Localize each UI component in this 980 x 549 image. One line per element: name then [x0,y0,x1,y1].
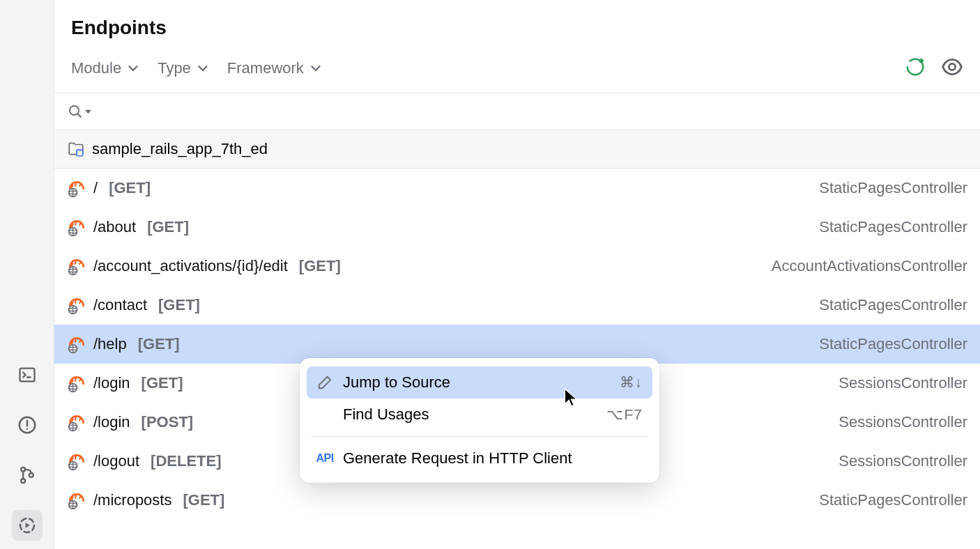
svg-rect-14 [77,150,83,156]
terminal-tool-button[interactable] [12,359,43,390]
module-filter[interactable]: Module [71,59,138,77]
svg-line-16 [75,183,76,185]
endpoint-row[interactable]: /about[GET]StaticPagesController [54,208,980,247]
filter-label: Framework [227,59,304,77]
endpoint-method: [GET] [183,491,224,509]
page-title: Endpoints [71,17,963,39]
rails-endpoint-icon [67,373,86,393]
chevron-down-icon [311,63,321,73]
menu-item[interactable]: Jump to Source⌘↓ [307,366,652,399]
endpoint-method: [GET] [138,335,180,353]
endpoint-method: [GET] [141,374,183,392]
pencil-icon [316,374,333,391]
svg-point-10 [919,59,924,63]
endpoint-path: /login [93,413,130,431]
filter-label: Module [71,59,121,77]
search-input[interactable] [97,104,967,120]
endpoint-controller: SessionsController [839,452,967,470]
rails-endpoint-icon [67,490,86,510]
endpoint-controller: StaticPagesController [819,179,967,197]
rails-endpoint-icon [67,295,86,315]
endpoint-row[interactable]: /[GET]StaticPagesController [54,169,980,208]
endpoint-controller: StaticPagesController [819,218,967,236]
svg-line-58 [75,456,76,458]
rails-endpoint-icon [67,178,86,198]
svg-line-40 [75,339,76,341]
menu-item[interactable]: APIGenerate Request in HTTP Client [307,442,652,474]
menu-label: Jump to Source [343,373,610,392]
svg-line-22 [75,222,76,224]
chevron-down-icon [128,63,138,73]
menu-separator [311,436,648,437]
svg-line-28 [75,261,76,263]
filter-bar: Module Type Framework [54,56,980,93]
svg-line-34 [75,300,76,302]
endpoint-path: /account_activations/{id}/edit [93,257,288,275]
rails-endpoint-icon [67,412,86,432]
left-tool-rail [0,0,54,549]
menu-item[interactable]: Find Usages⌥F7 [307,399,652,431]
endpoint-path: /login [93,374,130,392]
endpoint-method: [DELETE] [151,452,221,470]
panel-header: Endpoints [54,0,980,56]
endpoint-path: /about [93,218,136,236]
endpoint-path: /contact [93,296,147,314]
svg-rect-0 [20,369,34,382]
endpoint-controller: SessionsController [839,413,967,431]
endpoint-path: /microposts [93,491,171,509]
svg-line-52 [75,417,76,419]
endpoint-method: [GET] [109,179,151,197]
svg-line-13 [77,114,81,117]
menu-label: Find Usages [343,405,597,424]
rails-endpoint-icon [67,334,86,354]
endpoint-controller: StaticPagesController [819,491,967,509]
menu-label: Generate Request in HTTP Client [343,449,643,467]
problems-tool-button[interactable] [12,410,43,440]
endpoint-controller: AccountActivationsController [772,257,967,275]
filter-label: Type [158,59,191,77]
endpoint-path: / [93,179,98,197]
search-icon [67,103,91,120]
endpoint-path: /help [93,335,127,353]
api-icon: API [316,450,333,467]
endpoint-row[interactable]: /account_activations/{id}/edit[GET]Accou… [54,247,980,286]
eye-icon[interactable] [941,56,963,80]
endpoint-controller: SessionsController [839,374,967,392]
endpoint-controller: StaticPagesController [819,296,967,314]
endpoint-path: /logout [93,452,139,470]
services-tool-button[interactable] [12,510,43,541]
endpoint-method: [GET] [299,257,341,275]
project-root-row[interactable]: sample_rails_app_7th_ed [54,130,980,169]
chevron-down-icon [198,63,208,73]
folder-icon [67,140,85,158]
endpoint-row[interactable]: /contact[GET]StaticPagesController [54,286,980,325]
refresh-icon[interactable] [905,56,926,79]
rails-endpoint-icon [67,256,86,276]
rails-endpoint-icon [67,451,86,471]
framework-filter[interactable]: Framework [227,59,321,77]
project-name: sample_rails_app_7th_ed [92,140,268,158]
svg-point-4 [26,428,28,430]
endpoint-controller: StaticPagesController [819,335,967,353]
endpoint-method: [GET] [158,296,200,314]
svg-point-11 [949,63,955,70]
svg-line-46 [75,378,76,380]
endpoint-method: [POST] [141,413,194,431]
type-filter[interactable]: Type [158,59,208,77]
endpoint-method: [GET] [147,218,189,236]
menu-shortcut: ⌥F7 [606,406,643,423]
menu-shortcut: ⌘↓ [620,374,643,391]
svg-line-64 [75,495,76,497]
endpoint-row[interactable]: /microposts[GET]StaticPagesController [54,481,980,520]
vcs-tool-button[interactable] [12,460,43,490]
search-bar[interactable] [54,93,980,130]
context-menu: Jump to Source⌘↓Find Usages⌥F7APIGenerat… [300,358,659,483]
rails-endpoint-icon [67,217,86,237]
svg-marker-9 [25,523,29,528]
